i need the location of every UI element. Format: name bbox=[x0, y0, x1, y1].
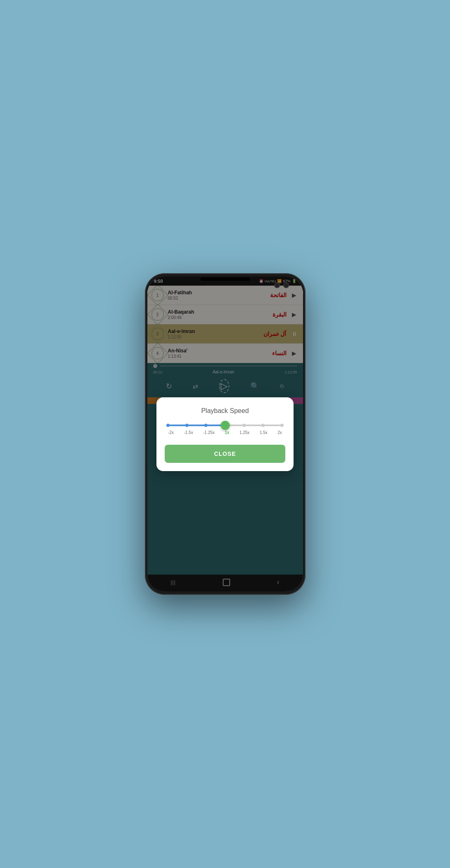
speed-label-1x: 1x bbox=[225, 430, 229, 435]
phone-frame: 9:50 ⏰ VoLTE1 📶 67% 🔋 1 Al-Fatihah 00:52… bbox=[145, 273, 305, 595]
speed-slider-track[interactable] bbox=[168, 425, 282, 426]
phone-screen: 9:50 ⏰ VoLTE1 📶 67% 🔋 1 Al-Fatihah 00:52… bbox=[147, 277, 303, 591]
speed-label-minus2x: -2x bbox=[168, 430, 174, 435]
tick-minus1-5x bbox=[185, 424, 189, 427]
modal-overlay: Playback Speed bbox=[147, 277, 303, 591]
speed-label-2x: 2x bbox=[277, 430, 282, 435]
close-button[interactable]: CLOSE bbox=[165, 445, 285, 463]
camera-front2 bbox=[283, 282, 289, 288]
tick-1-5x bbox=[261, 424, 265, 427]
tick-2x bbox=[280, 424, 284, 427]
tick-1-25x bbox=[242, 424, 246, 427]
speed-label-minus1-5x: -1.5x bbox=[184, 430, 193, 435]
camera-front bbox=[274, 282, 280, 288]
phone-notch bbox=[201, 277, 250, 281]
speed-slider-container: -2x -1.5x -1.25x 1x 1.25x 1.5x 2x bbox=[165, 425, 285, 435]
modal-title: Playback Speed bbox=[165, 407, 285, 415]
speed-label-1-25x: 1.25x bbox=[240, 430, 249, 435]
slider-labels: -2x -1.5x -1.25x 1x 1.25x 1.5x 2x bbox=[168, 430, 282, 435]
tick-minus1-25x bbox=[204, 424, 208, 427]
speed-slider-thumb[interactable] bbox=[221, 421, 230, 430]
speed-label-minus1-25x: -1.25x bbox=[203, 430, 215, 435]
playback-speed-dialog: Playback Speed bbox=[156, 397, 294, 471]
speed-label-1-5x: 1.5x bbox=[260, 430, 268, 435]
tick-minus2x bbox=[166, 424, 170, 427]
